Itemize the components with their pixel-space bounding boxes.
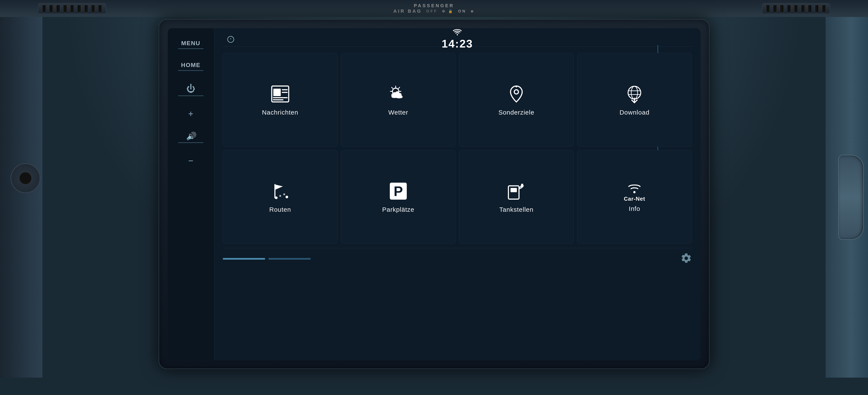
location-status-icon: [227, 36, 235, 43]
svg-point-18: [514, 90, 519, 94]
vent-left: [38, 3, 106, 14]
door-handle: [838, 155, 864, 240]
top-dashboard-area: PASSENGER AIR BAG OFF ⚙ 🔒 ON ⊗: [0, 0, 868, 17]
svg-rect-34: [521, 184, 523, 188]
nachrichten-icon: [270, 83, 291, 105]
tankstellen-icon: [506, 180, 527, 202]
svg-point-3: [457, 34, 458, 35]
svg-rect-33: [510, 188, 517, 192]
sonderziele-label: Sonderziele: [498, 109, 534, 116]
home-divider: [178, 70, 204, 71]
vent-right: [762, 3, 830, 14]
wifi-status-icon: [453, 29, 462, 36]
routen-icon: [270, 180, 291, 202]
svg-point-35: [633, 191, 636, 193]
svg-point-19: [516, 86, 517, 88]
bottom-bar: [223, 248, 692, 269]
side-panel-right: [826, 17, 868, 377]
settings-area[interactable]: [680, 252, 692, 265]
scroll-indicator-2: [268, 258, 311, 260]
svg-line-16: [399, 87, 400, 88]
sidebar-item-power[interactable]: ⏻: [168, 80, 214, 99]
main-content: 14:23: [214, 28, 701, 360]
parkplaetze-icon: P: [388, 180, 409, 202]
svg-point-20: [628, 86, 641, 99]
tile-wetter[interactable]: Wetter: [341, 53, 456, 147]
svg-line-15: [392, 87, 393, 88]
download-label: Download: [620, 109, 649, 116]
settings-icon[interactable]: [680, 252, 692, 264]
sidebar-item-volume[interactable]: 🔊: [168, 129, 214, 146]
sidebar-item-home[interactable]: HOME: [168, 59, 214, 74]
app-grid: Nachrichten: [223, 53, 692, 244]
parkplaetze-label: Parkplätze: [382, 206, 414, 213]
tile-parkplaetze[interactable]: P Parkplätze: [341, 150, 456, 244]
sidebar-item-menu[interactable]: MENU: [168, 37, 214, 52]
sonderziele-icon: [506, 83, 527, 105]
airbag-bag-text: AIR BAG: [394, 8, 422, 14]
wetter-label: Wetter: [388, 109, 408, 116]
svg-rect-5: [273, 89, 281, 96]
tile-tankstellen[interactable]: Tankstellen: [459, 150, 574, 244]
download-icon: [624, 83, 645, 105]
svg-text:P: P: [394, 183, 403, 199]
status-left: [227, 36, 235, 43]
volume-icon: 🔊: [186, 132, 196, 141]
carnet-icon-group: Car-Net: [624, 181, 645, 202]
tile-routen[interactable]: Routen: [223, 150, 338, 244]
svg-point-21: [631, 86, 638, 99]
svg-point-27: [279, 195, 281, 197]
airbag-on-label: ON: [458, 9, 466, 13]
steering-wheel-partial: [10, 163, 40, 193]
carnet-text: Car-Net: [624, 196, 645, 202]
tile-download[interactable]: Download: [577, 53, 692, 147]
tile-nachrichten[interactable]: Nachrichten: [223, 53, 338, 147]
clock-display: 14:23: [442, 37, 473, 50]
sidebar-item-minus[interactable]: −: [168, 152, 214, 169]
status-bar: 14:23: [223, 32, 692, 47]
airbag-off-label: OFF: [426, 9, 438, 13]
info-label: Info: [629, 205, 640, 213]
menu-label: MENU: [181, 40, 200, 47]
airbag-passenger-text: PASSENGER: [394, 3, 474, 8]
airbag-label: PASSENGER AIR BAG OFF ⚙ 🔒 ON ⊗: [394, 3, 474, 14]
car-interior: PASSENGER AIR BAG OFF ⚙ 🔒 ON ⊗: [0, 0, 868, 395]
wetter-icon: [388, 83, 409, 105]
screen-frame: MENU HOME ⏻ + �: [159, 19, 710, 369]
tankstellen-label: Tankstellen: [499, 206, 533, 213]
routen-label: Routen: [269, 206, 291, 213]
tile-sonderziele[interactable]: Sonderziele: [459, 53, 574, 147]
svg-point-28: [283, 193, 285, 195]
minus-icon: −: [188, 156, 193, 166]
svg-rect-32: [508, 186, 519, 199]
carnet-wifi-icon: [626, 181, 643, 194]
volume-divider: [178, 142, 204, 143]
svg-point-29: [285, 196, 288, 198]
status-center: 14:23: [442, 29, 473, 50]
tile-info[interactable]: Car-Net Info: [577, 150, 692, 244]
plus-icon: +: [188, 109, 193, 119]
menu-divider: [178, 48, 204, 49]
scroll-indicator-1: [223, 258, 265, 260]
power-divider: [178, 95, 204, 96]
home-label: HOME: [181, 62, 200, 68]
sidebar: MENU HOME ⏻ + �: [168, 28, 214, 360]
left-controls: [6, 138, 44, 223]
sidebar-item-plus[interactable]: +: [168, 106, 214, 122]
power-icon: ⏻: [186, 84, 195, 94]
infotainment-screen: MENU HOME ⏻ + �: [168, 28, 701, 360]
svg-point-26: [275, 196, 278, 199]
nachrichten-label: Nachrichten: [262, 109, 298, 116]
